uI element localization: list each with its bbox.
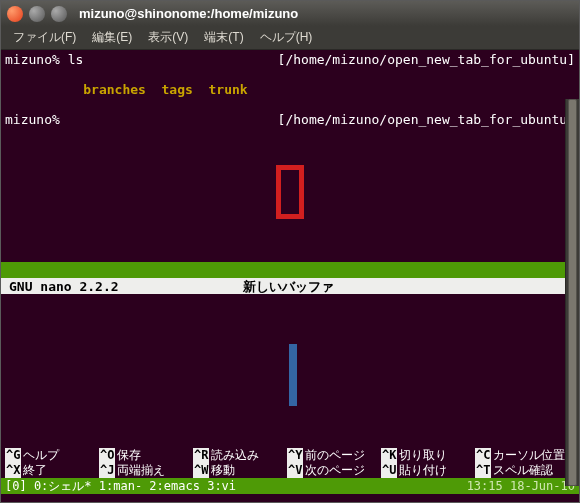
path-display: [/home/mizuno/open_new_tab_for_ubuntu]: [278, 112, 575, 127]
nano-version: GNU nano 2.2.2: [1, 279, 119, 294]
cursor-block-upper: [276, 165, 304, 219]
nano-help-label: ヘルプ: [23, 448, 59, 463]
nano-help-label: 移動: [211, 463, 235, 478]
menu-terminal[interactable]: 端末(T): [198, 27, 249, 48]
nano-help-item: ^Gヘルプ: [5, 448, 99, 463]
nano-help-label: 両端揃え: [117, 463, 165, 478]
nano-help-key: ^X: [5, 463, 21, 478]
status-left: [0] 0:シェル* 1:man- 2:emacs 3:vi: [5, 479, 236, 494]
nano-help-key: ^W: [193, 463, 209, 478]
upper-shell-pane[interactable]: mizuno% ls [/home/mizuno/open_new_tab_fo…: [1, 50, 579, 262]
shell-line-2: branches tags trunk: [1, 67, 579, 112]
nano-help-key: ^Y: [287, 448, 303, 463]
path-display: [/home/mizuno/open_new_tab_for_ubuntu]: [278, 52, 575, 67]
pane-separator[interactable]: [1, 262, 579, 278]
nano-help-label: 前のページ: [305, 448, 365, 463]
status-right: 13:15 18-Jun-10: [467, 479, 575, 494]
shell-line-3: mizuno% [/home/mizuno/open_new_tab_for_u…: [1, 112, 579, 127]
nano-titlebar: GNU nano 2.2.2 新しいバッファ: [1, 278, 579, 294]
scrollbar[interactable]: [565, 99, 579, 486]
nano-help-key: ^U: [381, 463, 397, 478]
nano-edit-area[interactable]: [1, 294, 579, 448]
menu-help[interactable]: ヘルプ(H): [254, 27, 319, 48]
ls-output: branches tags trunk: [83, 82, 247, 97]
menubar: ファイル(F) 編集(E) 表示(V) 端末(T) ヘルプ(H): [1, 26, 579, 50]
nano-help-item: ^K切り取り: [381, 448, 475, 463]
terminal-area[interactable]: mizuno% ls [/home/mizuno/open_new_tab_fo…: [1, 50, 579, 502]
close-icon[interactable]: [7, 6, 23, 22]
command-text: ls: [68, 52, 84, 67]
nano-help-item: ^R読み込み: [193, 448, 287, 463]
nano-help-label: 読み込み: [211, 448, 259, 463]
maximize-icon[interactable]: [51, 6, 67, 22]
nano-help-key: ^J: [99, 463, 115, 478]
nano-help-key: ^O: [99, 448, 115, 463]
cursor-block-nano: [289, 344, 297, 406]
menu-view[interactable]: 表示(V): [142, 27, 194, 48]
prompt: mizuno%: [5, 112, 68, 127]
menu-edit[interactable]: 編集(E): [86, 27, 138, 48]
window-frame: mizuno@shinonome:/home/mizuno ファイル(F) 編集…: [0, 0, 580, 503]
nano-help-label: 保存: [117, 448, 141, 463]
nano-help-item: ^X終了: [5, 463, 99, 478]
scrollbar-thumb[interactable]: [568, 99, 577, 486]
shell-line-1: mizuno% ls [/home/mizuno/open_new_tab_fo…: [1, 52, 579, 67]
nano-help-item: ^U貼り付け: [381, 463, 475, 478]
menu-file[interactable]: ファイル(F): [7, 27, 82, 48]
nano-buffer-name: 新しいバッファ: [119, 279, 459, 294]
tmux-statusbar: [0] 0:シェル* 1:man- 2:emacs 3:vi 13:15 18-…: [1, 478, 579, 494]
nano-help-key: ^G: [5, 448, 21, 463]
nano-help-label: 終了: [23, 463, 47, 478]
window-title: mizuno@shinonome:/home/mizuno: [79, 6, 298, 21]
nano-help-item: ^Tスペル確認: [475, 463, 569, 478]
nano-help-label: 切り取り: [399, 448, 447, 463]
nano-help-label: カーソル位置: [493, 448, 565, 463]
nano-help-item: ^J両端揃え: [99, 463, 193, 478]
nano-help-item: ^O保存: [99, 448, 193, 463]
prompt: mizuno%: [5, 52, 68, 67]
nano-help-label: スペル確認: [493, 463, 553, 478]
nano-help-label: 次のページ: [305, 463, 365, 478]
nano-help-label: 貼り付け: [399, 463, 447, 478]
nano-help-item: ^Y前のページ: [287, 448, 381, 463]
nano-help-key: ^R: [193, 448, 209, 463]
minimize-icon[interactable]: [29, 6, 45, 22]
nano-help-item: ^W移動: [193, 463, 287, 478]
nano-help-key: ^C: [475, 448, 491, 463]
nano-help-key: ^T: [475, 463, 491, 478]
nano-help-item: ^V次のページ: [287, 463, 381, 478]
nano-help-key: ^K: [381, 448, 397, 463]
nano-help-item: ^Cカーソル位置: [475, 448, 569, 463]
nano-help-key: ^V: [287, 463, 303, 478]
titlebar[interactable]: mizuno@shinonome:/home/mizuno: [1, 1, 579, 26]
nano-help-row-2: ^X終了^J両端揃え^W移動^V次のページ^U貼り付け^Tスペル確認: [1, 463, 579, 478]
nano-help-row-1: ^Gヘルプ^O保存^R読み込み^Y前のページ^K切り取り^Cカーソル位置: [1, 448, 579, 463]
